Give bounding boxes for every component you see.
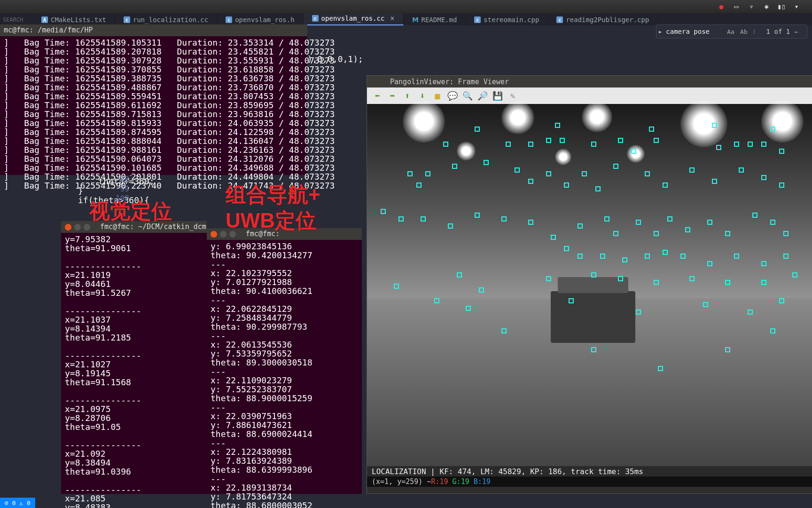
feature-keypoint — [663, 250, 668, 255]
chevron-right-icon[interactable]: ▸ — [658, 28, 662, 35]
slam-status: LOCALIZATION | KF: 474, LM: 45829, KP: 1… — [367, 466, 812, 476]
prev-match[interactable]: ← — [794, 28, 799, 35]
feature-keypoint — [645, 254, 650, 259]
feature-keypoint — [654, 280, 659, 285]
cpp-icon: c — [312, 15, 319, 22]
tab-openvslam-ros-h[interactable]: copenvslam_ros.h — [217, 14, 303, 25]
feature-keypoint — [649, 127, 654, 132]
feature-keypoint — [689, 167, 695, 173]
tab-openvslam-ros-cc[interactable]: copenvslam_ros.cc× — [304, 13, 404, 25]
terminal-output: y=7.95382 theta=91.9061 --------------- … — [61, 233, 207, 508]
feature-keypoint — [703, 302, 708, 307]
feature-keypoint — [779, 298, 784, 303]
terminal-output: ] Bag Time: 1625541589.105311 Duration: … — [0, 36, 307, 192]
feature-keypoint — [707, 261, 712, 266]
terminal-fused-nav[interactable]: fmc@fmc: y: 6.99023845136 theta: 90.4200… — [207, 228, 362, 494]
feature-keypoint — [739, 167, 744, 173]
feature-keypoint — [546, 171, 551, 176]
feature-keypoint — [725, 231, 730, 236]
feature-keypoint — [748, 310, 753, 315]
md-icon: 𝗠 — [412, 16, 419, 24]
tab-readme[interactable]: 𝗠README.md — [404, 14, 466, 25]
feature-keypoint — [663, 183, 668, 188]
feature-keypoint — [582, 171, 587, 176]
feature-keypoint — [779, 183, 784, 188]
tab-label: run_localization.cc — [133, 16, 208, 24]
close-icon[interactable] — [211, 231, 217, 238]
match-case[interactable]: Aa — [726, 28, 735, 35]
feature-keypoint — [779, 149, 784, 154]
save-icon[interactable]: 💾 — [492, 90, 503, 102]
regex[interactable]: ⁝ — [752, 28, 756, 35]
view-image-icon[interactable]: ▦ — [432, 90, 443, 102]
tab-readimg2publisher[interactable]: creadimg2Publisger.cpp — [548, 14, 658, 25]
nav-left-icon[interactable]: ⬅ — [372, 90, 383, 102]
screen-icon: ▭ — [732, 2, 741, 11]
feature-keypoint — [658, 366, 663, 371]
min-icon[interactable] — [74, 224, 81, 230]
feature-keypoint — [685, 227, 690, 232]
feature-keypoint — [595, 186, 601, 191]
find-widget[interactable]: ▸ Aa Ab ⁝ 1 of 1 ← — [656, 24, 807, 39]
feature-keypoint — [667, 216, 672, 222]
tab-run-localization[interactable]: crun_localization.cc — [115, 14, 217, 25]
feature-keypoint — [394, 284, 399, 289]
match-word[interactable]: Ab — [739, 28, 749, 35]
close-icon[interactable] — [65, 224, 71, 230]
feature-keypoint — [761, 280, 766, 285]
feature-keypoint — [448, 223, 453, 229]
tab-label: openvslam_ros.cc — [321, 15, 385, 22]
annotation-fused-nav-line2: UWB定位 — [226, 207, 316, 235]
feature-keypoint — [443, 142, 448, 147]
search-input[interactable] — [666, 28, 722, 35]
feature-keypoint — [466, 306, 471, 311]
feature-keypoint — [528, 142, 533, 147]
terminal-visual-loc[interactable]: fmc@fmc: ~/DCM/catkin_dcm y=7.95382 thet… — [61, 221, 207, 494]
feature-keypoint — [748, 142, 753, 147]
brush-icon[interactable]: ✎ — [507, 90, 518, 102]
feature-keypoint — [613, 164, 618, 169]
feature-keypoint — [654, 138, 659, 143]
feature-keypoint — [622, 257, 627, 262]
feature-keypoint — [479, 287, 484, 293]
feature-keypoint — [783, 231, 789, 236]
feature-keypoint — [416, 183, 422, 188]
feature-keypoint — [398, 216, 404, 222]
feature-keypoint — [707, 220, 712, 225]
feature-keypoint — [457, 272, 462, 278]
feature-keypoint — [734, 142, 739, 147]
terminal-output: y: 6.99023845136 theta: 90.4200134277 --… — [207, 240, 362, 508]
zoom-out-icon[interactable]: 🔎 — [477, 90, 488, 102]
close-icon[interactable]: × — [390, 14, 394, 23]
vehicle-silhouette — [551, 291, 635, 343]
feature-keypoint — [680, 254, 686, 259]
feature-keypoint — [761, 261, 766, 266]
feature-keypoint — [631, 149, 636, 154]
feature-keypoint — [770, 328, 775, 333]
tab-stereomain[interactable]: cstereomain.cpp — [466, 14, 548, 25]
nav-down-icon[interactable]: ⬇ — [417, 90, 428, 102]
chat-icon[interactable]: 💬 — [447, 90, 458, 102]
feature-keypoint — [761, 142, 766, 147]
annotation-visual-localization: 视觉定位 — [89, 198, 172, 225]
feature-keypoint — [578, 254, 583, 259]
feature-keypoint — [770, 220, 775, 225]
nav-up-icon[interactable]: ⬆ — [402, 90, 413, 102]
terminal-bagtime[interactable]: mc@fmc: /media/fmc/HP ] Bag Time: 162554… — [0, 24, 307, 175]
vscode-statusbar[interactable]: ⊘ 0 ⚠ 0 — [0, 498, 35, 508]
feature-keypoint — [645, 171, 650, 176]
feature-keypoint — [636, 220, 641, 225]
zoom-in-icon[interactable]: 🔍 — [462, 90, 473, 102]
bt-icon: ✱ — [762, 2, 771, 11]
pixel-info: (x=1, y=259) ~ R:19 G:19 B:19 — [367, 476, 812, 487]
feature-keypoint — [618, 138, 623, 143]
feature-keypoint — [725, 347, 730, 352]
nav-right-icon[interactable]: ➡ — [387, 90, 398, 102]
pangolin-frame-viewer[interactable]: PangolinViewer: Frame Viewer ⬅ ➡ ⬆ ⬇ ▦ 💬… — [367, 75, 812, 494]
tab-label: stereomain.cpp — [484, 16, 539, 24]
tab-cmakelists[interactable]: ACMakeLists.txt — [33, 14, 115, 25]
feature-keypoint — [591, 347, 596, 352]
feature-keypoint — [501, 216, 507, 222]
feature-keypoint — [506, 142, 511, 147]
tab-label: openvslam_ros.h — [235, 16, 294, 24]
